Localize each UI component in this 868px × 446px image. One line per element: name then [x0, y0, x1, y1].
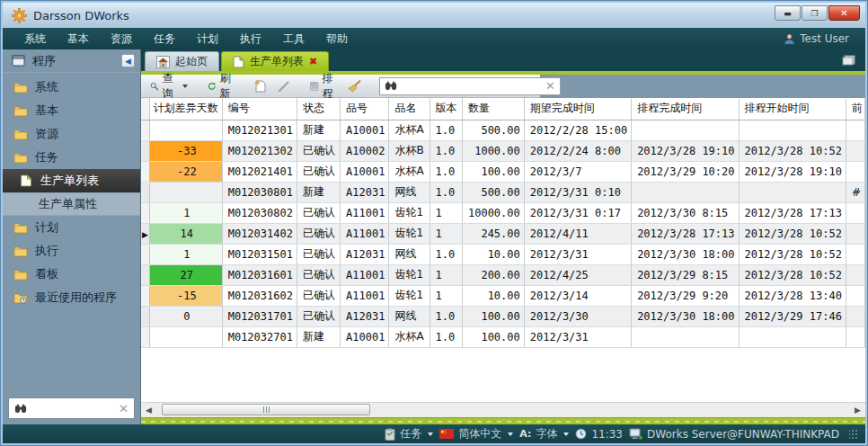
cell[interactable]: 1	[430, 285, 462, 306]
edit-button-disabled[interactable]	[274, 78, 294, 94]
scrollbar-track[interactable]	[156, 403, 850, 417]
sidebar-item-zhixing[interactable]: 执行	[3, 239, 140, 263]
cell[interactable]: 2012/3/28 19:10	[632, 140, 739, 161]
cell[interactable]: M012021301	[222, 120, 297, 140]
cell[interactable]: 已确认	[297, 244, 340, 264]
cell[interactable]: 10.00	[462, 244, 524, 264]
cell[interactable]: 已确认	[297, 264, 340, 285]
cell[interactable]	[846, 285, 864, 306]
cell-plan-diff-days[interactable]: 14	[149, 223, 222, 244]
cell[interactable]: 1.0	[430, 244, 462, 264]
cell[interactable]: 网线	[389, 182, 430, 202]
cell[interactable]: 2012/3/29 10:20	[632, 161, 739, 182]
cell[interactable]: 2012/3/28 17:13	[739, 202, 846, 223]
cell[interactable]: 200.00	[462, 264, 524, 285]
cell[interactable]	[739, 120, 846, 140]
cell-plan-diff-days[interactable]	[149, 120, 222, 140]
cell[interactable]: M012032701	[222, 326, 297, 347]
table-row[interactable]: M012032701新建A10001水杯A1.0100.002012/3/31	[141, 326, 865, 347]
cell[interactable]: 1000.00	[462, 140, 524, 161]
column-header-3[interactable]: 品号	[341, 98, 389, 120]
cell[interactable]: 1	[430, 202, 462, 223]
cell[interactable]: 2012/3/28 10:52	[739, 264, 846, 285]
cell[interactable]: 1.0	[430, 182, 462, 202]
menu-execute[interactable]: 执行	[229, 28, 272, 49]
cell-plan-diff-days[interactable]: -33	[149, 140, 222, 161]
table-row[interactable]: M012021301新建A10001水杯A1.0500.002012/2/28 …	[141, 120, 865, 140]
cell[interactable]: A10001	[341, 161, 389, 182]
column-header-0[interactable]: 计划差异天数	[149, 98, 222, 120]
sidebar-item-kanban[interactable]: 看板	[3, 263, 140, 286]
cell[interactable]: A10001	[341, 120, 389, 140]
cell[interactable]: 2012/4/25	[524, 264, 631, 285]
cell[interactable]: 2012/3/29 17:46	[739, 306, 846, 326]
row-selector[interactable]	[141, 182, 149, 202]
cell[interactable]: 2012/3/28 19:10	[739, 161, 846, 182]
table-row[interactable]: M012030801新建A12031网线1.0500.002012/3/31 0…	[141, 182, 865, 202]
cell[interactable]: A11001	[341, 285, 389, 306]
sidebar-item-xitong[interactable]: 系统	[3, 76, 140, 99]
cell[interactable]: 已确认	[297, 306, 340, 326]
cell[interactable]: 2012/3/31 0:17	[524, 202, 631, 223]
cell-plan-diff-days[interactable]: -22	[149, 161, 222, 182]
cell[interactable]: 2012/4/11	[524, 223, 631, 244]
row-selector[interactable]	[141, 202, 149, 223]
table-row[interactable]: 1M012031501已确认A12031网线1.010.002012/3/312…	[141, 244, 865, 264]
window-list-button[interactable]	[842, 54, 856, 66]
cell-plan-diff-days[interactable]: 0	[149, 306, 222, 326]
cell[interactable]	[846, 306, 864, 326]
cell[interactable]: 1.0	[430, 161, 462, 182]
cell[interactable]: A11001	[341, 223, 389, 244]
cell-plan-diff-days[interactable]: 1	[149, 202, 222, 223]
cell[interactable]: 2012/3/31 0:10	[524, 182, 631, 202]
tab-production-order-list[interactable]: 生产单列表 ✖	[221, 51, 329, 71]
cell[interactable]: 网线	[389, 244, 430, 264]
table-row[interactable]: -33M012021302已确认A10002水杯B1.01000.002012/…	[141, 140, 865, 161]
cell[interactable]: 100.00	[462, 306, 524, 326]
close-button[interactable]: ✕	[828, 5, 860, 21]
menu-plan[interactable]: 计划	[186, 28, 229, 49]
cell[interactable]: 2012/3/28 10:52	[739, 244, 846, 264]
cell[interactable]: 2012/3/30 18:00	[632, 306, 739, 326]
cell[interactable]: A12031	[341, 244, 389, 264]
cell[interactable]: 已确认	[297, 285, 340, 306]
cell[interactable]: 2012/3/29 9:20	[632, 285, 739, 306]
splitter-strip[interactable]	[141, 417, 865, 424]
row-selector[interactable]	[141, 161, 149, 182]
cell[interactable]	[632, 182, 739, 202]
minimize-button[interactable]: ▬	[775, 5, 801, 21]
cell[interactable]: 2012/2/28 15:00	[524, 120, 631, 140]
column-header-1[interactable]: 编号	[222, 98, 297, 120]
cell[interactable]: 245.00	[462, 223, 524, 244]
row-selector[interactable]	[141, 264, 149, 285]
cell[interactable]: 新建	[297, 182, 340, 202]
collapse-sidebar-button[interactable]: ◀	[121, 54, 135, 67]
table-row[interactable]: 27M012031601已确认A11001齿轮11200.002012/4/25…	[141, 264, 865, 285]
cell[interactable]: 1.0	[430, 120, 462, 140]
table-row[interactable]: -22M012021401已确认A10001水杯A1.0100.002012/3…	[141, 161, 865, 182]
cell[interactable]: M012021401	[222, 161, 297, 182]
menu-basic[interactable]: 基本	[57, 28, 100, 49]
menu-help[interactable]: 帮助	[315, 28, 359, 49]
cell[interactable]	[846, 161, 864, 182]
cell[interactable]	[632, 326, 739, 347]
tab-close-icon[interactable]: ✖	[309, 56, 317, 67]
cell[interactable]	[846, 120, 864, 140]
menu-resource[interactable]: 资源	[100, 28, 143, 49]
toolbar-search-input[interactable]	[402, 80, 541, 93]
cell-plan-diff-days[interactable]: -15	[149, 285, 222, 306]
cell[interactable]: 1	[430, 264, 462, 285]
cell[interactable]: 2012/2/24 8:00	[524, 140, 631, 161]
column-header-2[interactable]: 状态	[297, 98, 340, 120]
resize-grip[interactable]	[849, 429, 858, 440]
column-header-7[interactable]: 期望完成时间	[524, 98, 631, 120]
cell[interactable]: 水杯A	[389, 120, 430, 140]
cell[interactable]: 2012/3/30 18:00	[632, 244, 739, 264]
status-language-dropdown[interactable]: 简体中文	[439, 426, 513, 442]
sidebar-item-shengchandan-shuxing[interactable]: 生产单属性	[3, 192, 140, 216]
cell-plan-diff-days[interactable]: 27	[149, 264, 222, 285]
cell[interactable]: 2012/3/30	[524, 306, 631, 326]
sidebar-item-recent[interactable]: 最近使用的程序	[3, 286, 140, 309]
cell[interactable]	[846, 202, 864, 223]
cell[interactable]: M012031402	[222, 223, 297, 244]
